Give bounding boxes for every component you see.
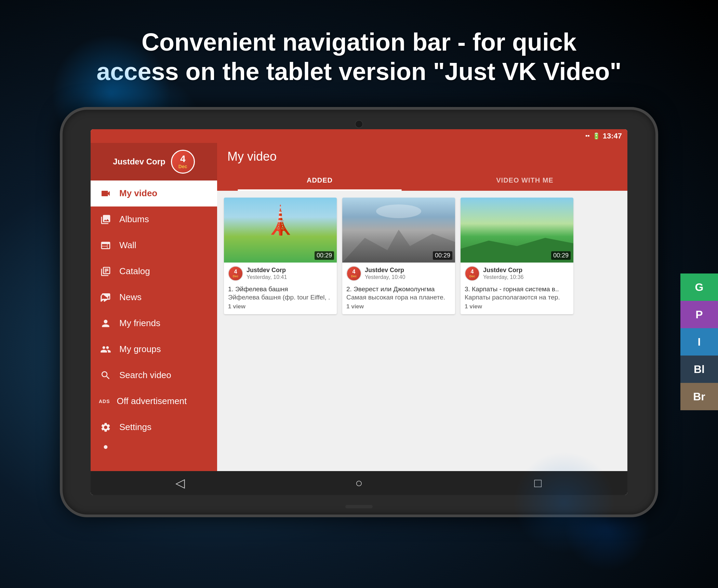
video-card-3[interactable]: 00:29 4 Dec Justdev Corp Yesterday, 10:3…: [461, 198, 573, 314]
sidebar-item-my-groups[interactable]: My groups: [91, 336, 217, 362]
video-views-2: 1 view: [346, 303, 451, 310]
video-card-header-3: 4 Dec Justdev Corp Yesterday, 10:36: [461, 263, 573, 283]
groups-icon: [99, 343, 112, 356]
swatch-p-label: P: [695, 308, 703, 321]
video-icon: [99, 187, 112, 200]
tab-video-with-me-label: VIDEO WITH ME: [496, 176, 553, 184]
video-title-2: 2. Эверест или ДжомолунгмаСамая высокая …: [346, 285, 451, 302]
news-icon: [99, 291, 112, 304]
video-time-3: Yesterday, 10:36: [483, 274, 569, 280]
swatch-i-label: I: [698, 336, 701, 348]
user-name: Justdev Corp: [113, 157, 165, 166]
recent-button[interactable]: □: [524, 469, 551, 495]
status-bar-icons: ▪▪ 🔋 13:47: [585, 132, 622, 141]
tab-video-with-me[interactable]: VIDEO WITH ME: [422, 170, 627, 191]
albums-icon: [99, 213, 112, 226]
sidebar-item-news[interactable]: News: [91, 284, 217, 310]
swatch-g[interactable]: G: [680, 273, 718, 301]
channel-info-1: Justdev Corp Yesterday, 10:41: [247, 267, 333, 280]
sidebar-item-search-video[interactable]: Search video: [91, 362, 217, 388]
channel-info-3: Justdev Corp Yesterday, 10:36: [483, 267, 569, 280]
swatch-p[interactable]: P: [680, 301, 718, 328]
friends-icon: [99, 317, 112, 330]
swatch-br[interactable]: Br: [680, 383, 718, 410]
channel-avatar-1: 4 Dec: [228, 266, 243, 281]
video-info-3: 3. Карпаты - горная система в..Карпаты р…: [461, 283, 573, 314]
sidebar-item-label-news: News: [119, 292, 142, 303]
sidebar-item-albums[interactable]: Albums: [91, 206, 217, 232]
sidebar-item-catalog[interactable]: Catalog: [91, 258, 217, 284]
sidebar-item-extra[interactable]: [91, 440, 217, 457]
video-card-header-1: 4 Dec Justdev Corp Yesterday, 10:41: [224, 263, 337, 283]
swatch-bl-label: Bl: [694, 363, 705, 376]
content-header: My video: [217, 143, 627, 170]
channel-avatar-2: 4 Dec: [346, 266, 361, 281]
video-time-1: Yesterday, 10:41: [247, 274, 333, 280]
sidebar-item-label-catalog: Catalog: [119, 266, 150, 277]
content-area: My video ADDED VIDEO WITH ME: [217, 143, 627, 471]
sidebar-item-wall[interactable]: Wall: [91, 232, 217, 258]
video-title-1: 1. Эйфелева башняЭйфелева башня (фр. tou…: [228, 285, 333, 302]
main-area: Justdev Corp 4 Dec My video: [91, 143, 627, 471]
recent-icon: □: [534, 476, 542, 490]
channel-name-2: Justdev Corp: [365, 267, 451, 274]
sidebar-item-label-wall: Wall: [119, 240, 136, 251]
video-card-2[interactable]: 00:29 4 Dec Justdev Corp Yesterday, 10:4…: [342, 198, 455, 314]
channel-avatar-3: 4 Dec: [465, 266, 480, 281]
sidebar: Justdev Corp 4 Dec My video: [91, 143, 217, 471]
tab-added-label: ADDED: [307, 176, 333, 184]
sidebar-item-label-off-advertisement: Off advertisement: [117, 396, 187, 406]
battery-icon: 🔋: [593, 132, 600, 140]
sidebar-item-label-friends: My friends: [119, 318, 160, 329]
video-thumbnail-2: 00:29: [342, 198, 455, 263]
bottom-nav: ◁ ○ □: [91, 471, 627, 495]
video-grid: 00:29 4 Dec Justdev Corp Yesterday, 10:4…: [217, 191, 627, 471]
video-card-header-2: 4 Dec Justdev Corp Yesterday, 10:40: [342, 263, 455, 283]
channel-info-2: Justdev Corp Yesterday, 10:40: [365, 267, 451, 280]
sidebar-item-off-advertisement[interactable]: ADS Off advertisement: [91, 388, 217, 414]
sidebar-item-my-video[interactable]: My video: [91, 181, 217, 206]
wall-icon: [99, 239, 112, 252]
swatch-br-label: Br: [693, 390, 705, 403]
catalog-icon: [99, 265, 112, 278]
video-views-3: 1 view: [465, 303, 569, 310]
tablet-frame: ▪▪ 🔋 13:47 Justdev Corp 4 Dec: [60, 107, 658, 517]
home-button[interactable]: ○: [345, 469, 373, 495]
channel-name-1: Justdev Corp: [247, 267, 333, 274]
user-profile[interactable]: Justdev Corp 4 Dec: [91, 143, 217, 181]
video-card-1[interactable]: 00:29 4 Dec Justdev Corp Yesterday, 10:4…: [224, 198, 337, 314]
sidebar-item-label-settings: Settings: [119, 422, 151, 432]
swatch-g-label: G: [695, 281, 704, 294]
nav-items: My video Albums Wall: [91, 181, 217, 471]
headline-line1: Convenient navigation bar - for quick: [142, 28, 576, 56]
sidebar-item-label-groups: My groups: [119, 344, 161, 355]
video-thumbnail-3: 00:29: [461, 198, 573, 263]
color-swatches: G P I Bl Br: [680, 273, 718, 410]
video-views-1: 1 view: [228, 303, 333, 310]
sidebar-item-label-albums: Albums: [119, 214, 149, 225]
swatch-bl[interactable]: Bl: [680, 356, 718, 383]
tab-added[interactable]: ADDED: [217, 170, 422, 191]
video-title-3: 3. Карпаты - горная система в..Карпаты р…: [465, 285, 569, 302]
home-icon: ○: [355, 476, 363, 490]
video-duration-1: 00:29: [315, 251, 334, 260]
screen: ▪▪ 🔋 13:47 Justdev Corp 4 Dec: [91, 129, 627, 495]
signal-icon: ▪▪: [585, 132, 590, 139]
sidebar-item-my-friends[interactable]: My friends: [91, 310, 217, 336]
settings-icon: [99, 420, 112, 434]
channel-name-3: Justdev Corp: [483, 267, 569, 274]
avatar-number: 4: [180, 154, 186, 164]
headline: Convenient navigation bar - for quick ac…: [96, 27, 621, 86]
headline-line2: access on the tablet version "Just VK Vi…: [96, 58, 621, 85]
video-time-2: Yesterday, 10:40: [365, 274, 451, 280]
back-icon: ◁: [175, 476, 185, 490]
sidebar-item-label-search-video: Search video: [119, 370, 171, 380]
sidebar-item-settings[interactable]: Settings: [91, 414, 217, 440]
tabs-bar: ADDED VIDEO WITH ME: [217, 170, 627, 191]
swatch-i[interactable]: I: [680, 328, 718, 356]
sidebar-item-label-my-video: My video: [119, 188, 157, 199]
video-duration-3: 00:29: [551, 251, 571, 260]
content-title: My video: [227, 149, 277, 164]
back-button[interactable]: ◁: [167, 469, 194, 495]
video-duration-2: 00:29: [433, 251, 452, 260]
